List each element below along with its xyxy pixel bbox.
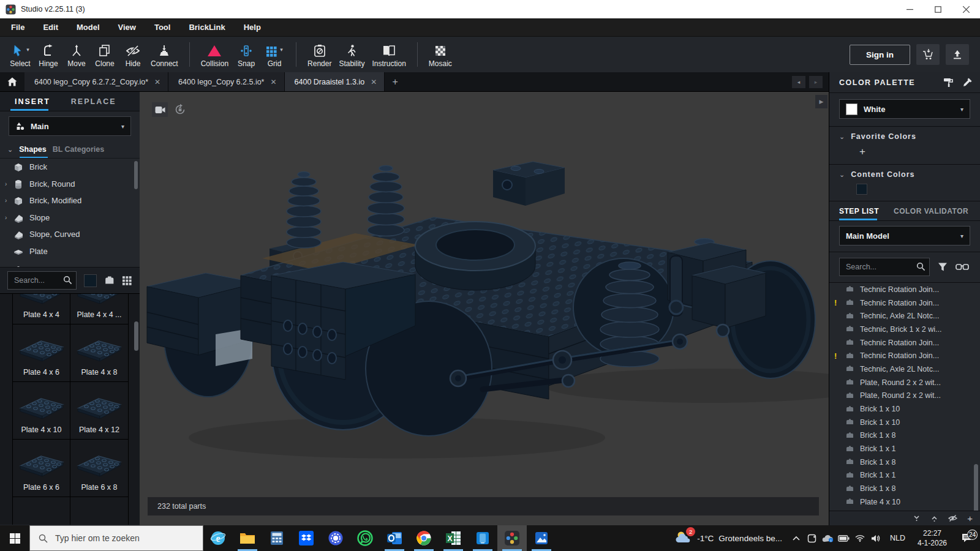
- category-slope[interactable]: › Slope: [0, 209, 140, 227]
- 3d-viewport[interactable]: 232 total parts ▶: [140, 92, 829, 525]
- parts-scrollbar-thumb[interactable]: [134, 321, 138, 351]
- taskbar-your-phone[interactable]: [468, 525, 497, 551]
- tab-scroll-left-button[interactable]: ◂: [792, 76, 805, 88]
- part-cell-partial[interactable]: [12, 497, 70, 525]
- expand-all-icon[interactable]: [930, 514, 938, 522]
- snap-tool-button[interactable]: Snap: [232, 37, 260, 72]
- taskbar-explorer[interactable]: [233, 525, 262, 551]
- select-caret-icon[interactable]: ▾: [26, 47, 29, 53]
- select-tool-button[interactable]: ▾ Select: [6, 37, 34, 72]
- cart-button[interactable]: [916, 44, 940, 65]
- clone-tool-button[interactable]: Clone: [91, 37, 119, 72]
- tab-bl-categories[interactable]: BL Categories: [53, 145, 105, 154]
- part-cell-plate-4x6[interactable]: Plate 4 x 6: [12, 324, 70, 382]
- doc-tab-2-close-icon[interactable]: ✕: [270, 78, 276, 86]
- notification-center-button[interactable]: 24: [953, 533, 980, 543]
- shapes-chevron-icon[interactable]: ⌄: [7, 146, 13, 154]
- hide-parts-icon[interactable]: [948, 514, 957, 522]
- model-dropdown[interactable]: Main Model ▾: [839, 226, 970, 246]
- part-cell-plate-4x4[interactable]: Plate 4 x 4: [12, 293, 70, 324]
- doc-tab-3-active[interactable]: 6400 Draaistel 1.3.io ✕: [285, 72, 385, 91]
- model-group-dropdown[interactable]: Main ▾: [9, 116, 131, 136]
- lego-model-render[interactable]: [140, 92, 829, 525]
- category-brick-round[interactable]: › Brick, Round: [0, 176, 140, 193]
- grid-tool-button[interactable]: ▾ Grid: [260, 37, 288, 72]
- close-button[interactable]: [952, 0, 980, 18]
- tab-color-validator[interactable]: COLOR VALIDATOR: [894, 207, 968, 216]
- content-color-swatch[interactable]: [856, 184, 867, 195]
- menu-help[interactable]: Help: [244, 23, 261, 32]
- step-item-9[interactable]: Plate, Round 2 x 2 wit...: [829, 389, 980, 403]
- expand-icon[interactable]: ›: [5, 181, 7, 187]
- step-item-4[interactable]: Technic, Brick 1 x 2 wi...: [829, 323, 980, 336]
- doc-tab-1-close-icon[interactable]: ✕: [154, 78, 160, 86]
- category-brick[interactable]: Brick: [0, 159, 140, 176]
- hinge-tool-button[interactable]: Hinge: [34, 37, 62, 72]
- tray-chevron-up-icon[interactable]: [788, 536, 804, 541]
- viewport-camera-button[interactable]: [152, 102, 168, 117]
- sign-in-button[interactable]: Sign in: [850, 45, 910, 65]
- category-partial[interactable]: [0, 260, 140, 267]
- menu-bricklink[interactable]: BrickLink: [189, 23, 225, 32]
- eyedropper-icon[interactable]: [962, 77, 973, 88]
- menu-model[interactable]: Model: [77, 23, 100, 32]
- part-cell-plate-6x6[interactable]: Plate 6 x 6: [12, 440, 70, 497]
- home-tab-button[interactable]: [0, 72, 24, 91]
- tab-shapes[interactable]: Shapes: [19, 145, 46, 154]
- hide-tool-button[interactable]: Hide: [119, 37, 147, 72]
- tray-battery-icon[interactable]: [836, 535, 852, 542]
- menu-tool[interactable]: Tool: [154, 23, 170, 32]
- expand-icon[interactable]: ›: [5, 197, 7, 204]
- step-item-17[interactable]: Plate 4 x 10: [829, 495, 980, 509]
- step-item-16[interactable]: Brick 1 x 8: [829, 482, 980, 495]
- tray-app-icon[interactable]: [804, 534, 820, 543]
- taskbar-outlook[interactable]: [380, 525, 409, 551]
- brick-filter-icon[interactable]: [104, 275, 115, 286]
- add-step-button[interactable]: +: [967, 514, 973, 523]
- menu-view[interactable]: View: [118, 23, 136, 32]
- category-scrollbar-thumb[interactable]: [134, 161, 138, 189]
- category-plate[interactable]: Plate: [0, 243, 140, 260]
- step-item-8[interactable]: Plate, Round 2 x 2 wit...: [829, 376, 980, 389]
- taskbar-photos[interactable]: [527, 525, 556, 551]
- taskbar-dropbox[interactable]: [292, 525, 321, 551]
- collision-tool-button[interactable]: Collision: [197, 37, 232, 72]
- taskbar-clock[interactable]: 22:27 4-1-2026: [911, 528, 953, 548]
- step-item-7[interactable]: Technic, Axle 2L Notc...: [829, 362, 980, 376]
- step-item-11[interactable]: Brick 1 x 10: [829, 416, 980, 429]
- taskbar-signal[interactable]: [321, 525, 350, 551]
- step-item-3[interactable]: Technic, Axle 2L Notc...: [829, 309, 980, 323]
- panel-collapse-button[interactable]: ▶: [815, 95, 827, 108]
- step-item-6[interactable]: ! Technic Rotation Join...: [829, 349, 980, 362]
- grid-view-icon[interactable]: [122, 276, 132, 286]
- active-color-chip[interactable]: [84, 274, 97, 287]
- taskbar-whatsapp[interactable]: [350, 525, 380, 551]
- mosaic-tool-button[interactable]: Mosaic: [425, 37, 456, 72]
- doc-tab-3-close-icon[interactable]: ✕: [371, 78, 377, 86]
- add-favorite-color-button[interactable]: +: [858, 146, 867, 158]
- tab-step-list[interactable]: STEP LIST: [839, 207, 879, 216]
- tab-insert[interactable]: INSERT: [15, 97, 50, 106]
- part-cell-plate-4x10[interactable]: Plate 4 x 10: [12, 382, 70, 440]
- taskbar-calculator[interactable]: [262, 525, 292, 551]
- stability-tool-button[interactable]: Stability: [335, 37, 368, 72]
- taskbar-chrome[interactable]: [409, 525, 439, 551]
- category-brick-modified[interactable]: › Brick, Modified: [0, 192, 140, 209]
- collapse-all-icon[interactable]: [913, 514, 921, 522]
- taskbar-search-box[interactable]: Typ hier om te zoeken: [29, 525, 203, 551]
- step-item-14[interactable]: Brick 1 x 8: [829, 455, 980, 469]
- menu-edit[interactable]: Edit: [43, 23, 58, 32]
- category-slope-curved[interactable]: Slope, Curved: [0, 226, 140, 243]
- step-item-15[interactable]: Brick 1 x 1: [829, 469, 980, 482]
- grid-caret-icon[interactable]: ▾: [280, 47, 283, 53]
- content-chevron-icon[interactable]: ⌄: [839, 171, 845, 179]
- keyboard-language[interactable]: NLD: [884, 534, 911, 542]
- taskbar-excel[interactable]: X: [439, 525, 468, 551]
- minimize-button[interactable]: [895, 0, 924, 18]
- taskbar-ie[interactable]: e: [203, 525, 233, 551]
- step-item-12[interactable]: Brick 1 x 8: [829, 429, 980, 443]
- part-cell-partial[interactable]: [70, 497, 129, 525]
- part-cell-plate-4x8[interactable]: Plate 4 x 8: [70, 324, 129, 382]
- part-cell-plate-4x12[interactable]: Plate 4 x 12: [70, 382, 129, 440]
- step-item-10[interactable]: Brick 1 x 10: [829, 402, 980, 416]
